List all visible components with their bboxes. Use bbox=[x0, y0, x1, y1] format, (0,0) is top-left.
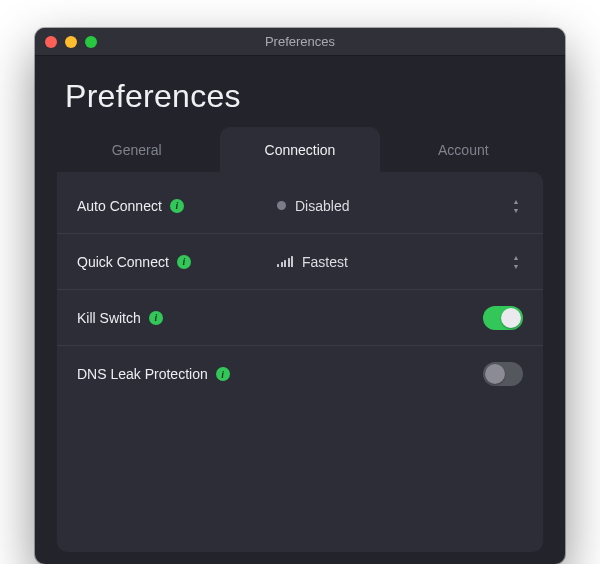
info-icon[interactable]: i bbox=[216, 367, 230, 381]
toggle-off-icon bbox=[483, 362, 523, 386]
label-text: Quick Connect bbox=[77, 254, 169, 270]
preferences-window: Preferences Preferences General Connecti… bbox=[35, 28, 565, 564]
close-icon[interactable] bbox=[45, 36, 57, 48]
tab-content: Auto Connect i Disabled ▲▼ Quick Connect… bbox=[57, 172, 543, 552]
toggle-knob bbox=[485, 364, 505, 384]
label-text: Kill Switch bbox=[77, 310, 141, 326]
label-text: Auto Connect bbox=[77, 198, 162, 214]
row-label: DNS Leak Protection i bbox=[77, 366, 277, 382]
tab-general[interactable]: General bbox=[57, 127, 216, 173]
auto-connect-select[interactable]: Disabled ▲▼ bbox=[277, 198, 523, 214]
tab-label: Connection bbox=[265, 142, 336, 158]
window-controls bbox=[45, 36, 97, 48]
tab-connection[interactable]: Connection bbox=[220, 127, 379, 173]
row-label: Auto Connect i bbox=[77, 198, 277, 214]
signal-bars-icon bbox=[277, 256, 293, 267]
row-auto-connect: Auto Connect i Disabled ▲▼ bbox=[57, 178, 543, 234]
updown-icon[interactable]: ▲▼ bbox=[509, 254, 523, 270]
maximize-icon[interactable] bbox=[85, 36, 97, 48]
tab-label: General bbox=[112, 142, 162, 158]
page-title: Preferences bbox=[65, 78, 535, 115]
titlebar: Preferences bbox=[35, 28, 565, 56]
status-dot-icon bbox=[277, 201, 286, 210]
tab-label: Account bbox=[438, 142, 489, 158]
quick-connect-select[interactable]: Fastest ▲▼ bbox=[277, 254, 523, 270]
select-value: Disabled bbox=[295, 198, 349, 214]
row-label: Kill Switch i bbox=[77, 310, 277, 326]
dns-leak-toggle[interactable] bbox=[483, 362, 523, 386]
window-title: Preferences bbox=[35, 34, 565, 49]
toggle-on-icon bbox=[483, 306, 523, 330]
toggle-knob bbox=[501, 308, 521, 328]
tab-account[interactable]: Account bbox=[384, 127, 543, 173]
row-quick-connect: Quick Connect i Fastest ▲▼ bbox=[57, 234, 543, 290]
page-header: Preferences bbox=[35, 56, 565, 127]
row-kill-switch: Kill Switch i bbox=[57, 290, 543, 346]
info-icon[interactable]: i bbox=[170, 199, 184, 213]
info-icon[interactable]: i bbox=[177, 255, 191, 269]
select-value: Fastest bbox=[302, 254, 348, 270]
row-label: Quick Connect i bbox=[77, 254, 277, 270]
kill-switch-toggle[interactable] bbox=[483, 306, 523, 330]
tabbar: General Connection Account bbox=[35, 127, 565, 173]
info-icon[interactable]: i bbox=[149, 311, 163, 325]
updown-icon[interactable]: ▲▼ bbox=[509, 198, 523, 214]
minimize-icon[interactable] bbox=[65, 36, 77, 48]
label-text: DNS Leak Protection bbox=[77, 366, 208, 382]
row-dns-leak-protection: DNS Leak Protection i bbox=[57, 346, 543, 402]
